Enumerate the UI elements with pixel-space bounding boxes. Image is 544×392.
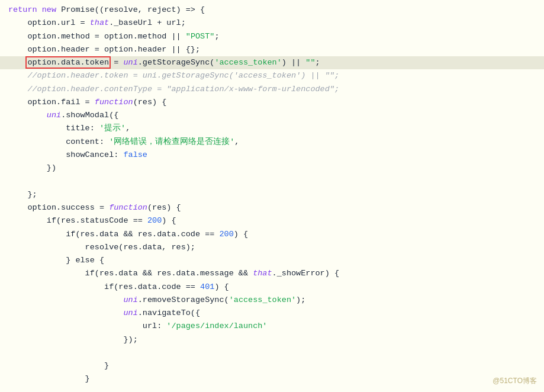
code-line: option.url = that._baseUrl + url; — [0, 17, 544, 30]
code-line: content: '网络错误，请检查网络是否连接', — [0, 136, 544, 149]
code-line: if(res.statusCode == 200) { — [0, 214, 544, 227]
code-line: uni.showModal({ — [0, 109, 544, 122]
code-line: if(res.data && res.data.code == 200) { — [0, 228, 544, 241]
watermark: @51CTO博客 — [493, 375, 537, 387]
code-line: uni.navigateTo({ — [0, 307, 544, 320]
code-line: uni.removeStorageSync('access_token'); — [0, 294, 544, 307]
code-line: if(res.data && res.data.message && that.… — [0, 267, 544, 280]
code-line: return new Promise((resolve, reject) => … — [0, 4, 544, 17]
code-line: }); — [0, 333, 544, 346]
code-line-comment: //option.header.contenType = "applicatio… — [0, 83, 544, 96]
code-line: option.success = function(res) { — [0, 201, 544, 214]
code-line: }; — [0, 188, 544, 201]
code-line: }) — [0, 162, 544, 188]
code-line: } — [0, 372, 544, 385]
code-line — [0, 346, 544, 359]
code-line: if(res.data.code == 401) { — [0, 281, 544, 294]
code-line-highlighted: option.data.token = uni.getStorageSync('… — [0, 56, 544, 69]
code-line: option.header = option.header || {}; — [0, 43, 544, 56]
code-line: resolve(res.data, res); — [0, 241, 544, 254]
code-line: url: '/pages/index/launch' — [0, 320, 544, 333]
code-line: option.method = option.method || "POST"; — [0, 30, 544, 43]
code-line: showCancel: false — [0, 149, 544, 162]
code-line: } else { — [0, 254, 544, 267]
code-line: option.fail = function(res) { — [0, 96, 544, 109]
code-line-comment: //option.header.token = uni.getStorageSy… — [0, 69, 544, 82]
code-line: title: '提示', — [0, 122, 544, 135]
code-editor: return new Promise((resolve, reject) => … — [0, 0, 544, 392]
code-line — [0, 386, 544, 392]
code-line: } — [0, 359, 544, 372]
